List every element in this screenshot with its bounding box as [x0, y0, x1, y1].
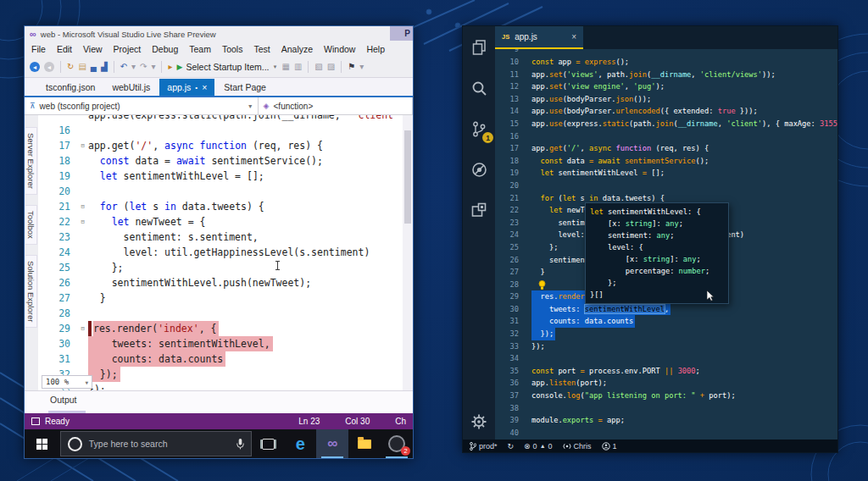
menu-project[interactable]: Project: [114, 44, 142, 54]
code-line: 31 counts: data.counts: [495, 315, 837, 328]
menu-team[interactable]: Team: [189, 44, 211, 54]
camera-app-button[interactable]: 2: [381, 429, 413, 458]
vs-title-bar[interactable]: ∞ web - Microsoft Visual Studio Live Sha…: [25, 26, 413, 41]
fold-collapse-icon[interactable]: ⊟: [77, 214, 88, 229]
menu-edit[interactable]: Edit: [57, 44, 72, 54]
more-icon[interactable]: ▾: [359, 61, 364, 73]
close-icon[interactable]: ×: [571, 32, 576, 41]
lightbulb-icon[interactable]: [538, 280, 546, 290]
code-text: sentimentWithLevel.push(newTweet);: [88, 275, 314, 290]
fold-gutter: [77, 290, 88, 306]
undo-icon[interactable]: ↶: [120, 61, 127, 73]
tab-tsconfig-json[interactable]: tsconfig.json: [38, 79, 103, 96]
menu-debug[interactable]: Debug: [152, 44, 178, 54]
project-dropdown[interactable]: ⊼ web (tsconfig project) ▼: [25, 97, 259, 114]
menu-help[interactable]: Help: [366, 44, 385, 54]
code-line: 27 }: [38, 290, 413, 306]
nav-back-icon[interactable]: ◂: [30, 62, 40, 72]
bookmark-icon[interactable]: ⚑: [348, 61, 355, 73]
menu-test[interactable]: Test: [253, 44, 270, 54]
line-number: 17: [495, 142, 531, 155]
close-icon[interactable]: ×: [202, 82, 207, 92]
line-number: 26: [38, 275, 77, 290]
step-in-icon[interactable]: ▨: [327, 61, 335, 73]
vs-status-bar: Ready Ln 23 Col 30 Ch: [25, 413, 413, 429]
line-number: 30: [38, 336, 77, 351]
vscode-code-editor[interactable]: let sentimentWithLevel: { [x: string]: a…: [495, 49, 837, 440]
line-number: 13: [495, 93, 531, 106]
code-line: 32 });: [495, 328, 837, 340]
side-tab-solution-explorer[interactable]: Solution Explorer: [25, 255, 37, 328]
code-line: 18 const data = await sentimentService()…: [495, 155, 837, 168]
windows-taskbar: Type here to search e ∞ 2: [25, 429, 413, 458]
warning-icon: ▲: [540, 443, 546, 449]
git-branch-indicator[interactable]: prod*: [470, 442, 498, 451]
search-icon[interactable]: [470, 79, 488, 97]
vs-editor-scrollbar[interactable]: [403, 115, 413, 390]
fold-gutter: [77, 245, 88, 260]
line-number: 23: [38, 229, 77, 245]
side-tab-toolbox[interactable]: Toolbox: [25, 205, 37, 245]
settings-gear-icon[interactable]: [470, 412, 488, 431]
taskbar-search-box[interactable]: Type here to search: [60, 431, 253, 456]
explorer-icon[interactable]: [470, 38, 488, 57]
side-tab-server-explorer[interactable]: Server Explorer: [25, 127, 37, 195]
redo-caret-icon[interactable]: ▾: [151, 61, 155, 73]
menu-analyze[interactable]: Analyze: [281, 44, 313, 54]
code-text: let sentimentWithLevel = [];: [88, 169, 267, 184]
symbol-dropdown[interactable]: ◈ <function>: [259, 97, 413, 114]
code-line: 10const app = express();: [495, 56, 837, 69]
menu-window[interactable]: Window: [324, 44, 355, 54]
menu-view[interactable]: View: [83, 44, 103, 54]
fold-collapse-icon[interactable]: ⊟: [77, 321, 88, 336]
task-view-button[interactable]: [252, 429, 284, 458]
tab-webutil-js[interactable]: webUtil.js: [104, 79, 158, 96]
attach-icon[interactable]: ▦: [281, 61, 289, 73]
process-icon[interactable]: ▥: [294, 61, 302, 73]
new-file-icon[interactable]: ▤: [78, 61, 86, 73]
line-number: 28: [495, 279, 531, 291]
edge-browser-button[interactable]: e: [284, 429, 316, 458]
line-number: 23: [495, 217, 531, 229]
menu-file[interactable]: File: [31, 44, 46, 54]
branch-name: prod*: [479, 442, 498, 451]
vs-output-panel[interactable]: Output: [25, 390, 413, 413]
save-icon[interactable]: ▄: [91, 61, 97, 73]
nav-forward-icon[interactable]: ◂: [44, 62, 54, 72]
sync-button[interactable]: ↻: [508, 442, 515, 451]
microphone-icon[interactable]: [236, 439, 244, 450]
editor-zoom-control[interactable]: 100 % ▼: [42, 375, 92, 389]
tab-app-js[interactable]: app.js•×: [159, 79, 214, 96]
scrollbar-thumb[interactable]: [404, 130, 411, 224]
liveshare-session-indicator[interactable]: Chris: [563, 442, 592, 451]
tab-appjs[interactable]: JS app.js ×: [495, 26, 583, 49]
extensions-icon[interactable]: [470, 201, 488, 219]
refresh-icon[interactable]: ↻: [67, 61, 74, 73]
code-text: });: [531, 328, 555, 340]
vs-code-editor[interactable]: 100 % ▼ app.use(express.static(path.join…: [38, 115, 413, 390]
vs-navigation-bar: ⊼ web (tsconfig project) ▼ ◈ <function>: [25, 96, 413, 115]
redo-icon[interactable]: ↷: [140, 61, 147, 73]
fold-collapse-icon[interactable]: ⊟: [77, 138, 88, 153]
visual-studio-taskbar-button[interactable]: ∞: [316, 429, 348, 458]
undo-caret-icon[interactable]: ▾: [131, 61, 136, 73]
toolbar-separator: [114, 61, 114, 73]
source-control-icon[interactable]: 1: [470, 119, 488, 138]
line-number: 34: [495, 352, 531, 365]
save-all-icon[interactable]: ▟: [101, 61, 108, 73]
start-button[interactable]: [25, 429, 60, 458]
line-number: 18: [495, 155, 531, 168]
menu-tools[interactable]: Tools: [222, 44, 243, 54]
step-over-icon[interactable]: ▧: [314, 61, 322, 73]
participants-indicator[interactable]: 1: [602, 442, 617, 451]
select-startup-item-button[interactable]: ▶Select Startup Item...▼: [177, 62, 278, 72]
tab-start-page[interactable]: Start Page: [216, 79, 274, 96]
fold-collapse-icon[interactable]: ⊟: [77, 199, 88, 214]
debug-icon[interactable]: [470, 160, 488, 179]
pin-icon[interactable]: ▸: [168, 61, 172, 73]
problems-indicator[interactable]: ⊗ 0 ▲ 0: [524, 442, 553, 451]
participant-count: 1: [613, 442, 617, 451]
code-text: counts: data.counts: [531, 315, 635, 328]
file-explorer-button[interactable]: [348, 429, 381, 458]
code-line: 12app.set('view engine', 'pug');: [495, 80, 837, 93]
